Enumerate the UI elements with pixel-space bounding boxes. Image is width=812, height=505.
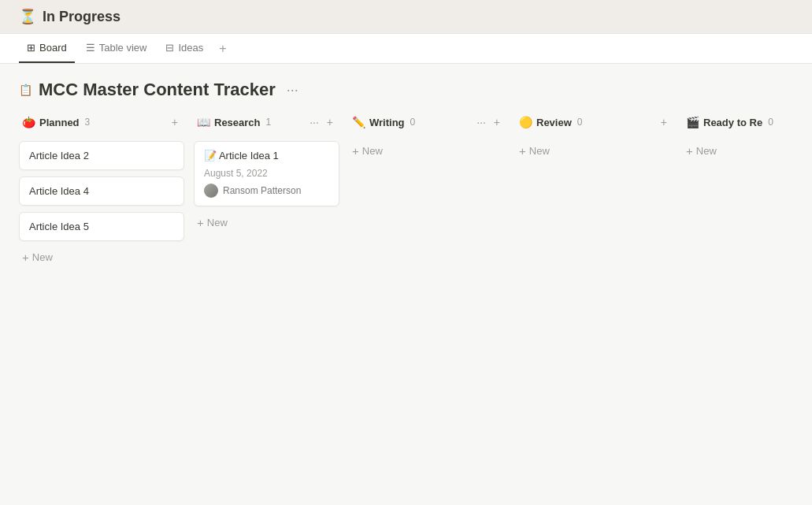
card-icon: 📝 [204, 150, 219, 162]
column-label-research: 📖 Research 1 [197, 116, 271, 128]
research-add-button[interactable]: + [324, 114, 336, 130]
ready-label-text: Ready to Re [703, 117, 762, 128]
review-new-label: New [529, 145, 550, 157]
ready-new-label: New [696, 145, 717, 157]
column-research: 📖 Research 1 ··· + 📝 Article Idea 1 Augu… [194, 110, 339, 232]
review-add-button[interactable]: + [658, 114, 670, 130]
column-label-writing: ✏️ Writing 0 [352, 116, 415, 128]
review-actions: + [658, 114, 670, 130]
plus-icon: + [352, 144, 359, 158]
column-label-review: 🟡 Review 0 [519, 116, 583, 128]
ready-count: 0 [768, 117, 773, 128]
research-label-text: Research [214, 117, 261, 128]
planned-new-label: New [32, 251, 53, 263]
avatar [204, 184, 218, 198]
card-meta: August 5, 2022 Ransom Patterson [204, 168, 329, 198]
planned-add-button[interactable]: + [169, 114, 181, 130]
column-label-planned: 🍅 Planned 3 [22, 116, 90, 128]
db-icon: 📋 [19, 84, 32, 96]
board: 🍅 Planned 3 + Article Idea 2 Article Ide… [0, 110, 812, 286]
planned-new-button[interactable]: + New [19, 247, 184, 267]
tab-bar: ⊞ Board ☰ Table view ⊟ Ideas + [0, 34, 812, 64]
writing-actions: ··· + [473, 114, 503, 130]
page-header: ⏳ In Progress [0, 0, 812, 34]
tab-ideas[interactable]: ⊟ Ideas [158, 34, 211, 63]
ready-new-button[interactable]: + New [683, 141, 812, 161]
research-count: 1 [266, 117, 272, 128]
avatar-image [204, 184, 218, 198]
column-header-ready: 🎬 Ready to Re 0 + [683, 110, 812, 135]
research-actions: ··· + [306, 114, 336, 130]
card-author: Ransom Patterson [204, 184, 329, 198]
card-article-idea-5[interactable]: Article Idea 5 [19, 212, 184, 241]
card-title: Article Idea 4 [29, 185, 174, 197]
research-new-button[interactable]: + New [194, 213, 339, 232]
tab-board[interactable]: ⊞ Board [19, 34, 75, 63]
card-article-idea-1[interactable]: 📝 Article Idea 1 August 5, 2022 Ransom P… [194, 141, 339, 206]
db-title: MCC Master Content Tracker [39, 80, 276, 100]
writing-new-label: New [362, 145, 383, 157]
research-new-label: New [207, 217, 228, 228]
card-title: Article Idea 5 [29, 221, 174, 232]
page-title: In Progress [43, 9, 121, 25]
header-icon: ⏳ [19, 8, 36, 25]
review-new-button[interactable]: + New [516, 141, 673, 161]
board-icon: ⊞ [27, 42, 35, 54]
research-more-button[interactable]: ··· [306, 114, 322, 130]
column-header-planned: 🍅 Planned 3 + [19, 110, 184, 135]
plus-icon: + [519, 144, 526, 158]
column-header-research: 📖 Research 1 ··· + [194, 110, 339, 135]
tab-board-label: Board [39, 42, 67, 54]
add-view-button[interactable]: + [214, 35, 231, 62]
card-article-idea-2[interactable]: Article Idea 2 [19, 141, 184, 170]
writing-more-button[interactable]: ··· [473, 114, 489, 130]
ideas-icon: ⊟ [165, 42, 174, 54]
column-writing: ✏️ Writing 0 ··· + + New [349, 110, 506, 161]
db-header: 📋 MCC Master Content Tracker ··· [0, 64, 812, 110]
writing-emoji: ✏️ [352, 116, 365, 128]
planned-count: 3 [85, 117, 91, 128]
table-icon: ☰ [86, 42, 95, 54]
plus-icon: + [22, 251, 29, 264]
plus-icon: + [686, 144, 693, 158]
plus-icon: + [197, 216, 204, 229]
tab-table[interactable]: ☰ Table view [78, 34, 155, 63]
column-label-ready: 🎬 Ready to Re 0 [686, 116, 773, 128]
review-count: 0 [577, 117, 583, 128]
db-more-button[interactable]: ··· [282, 80, 303, 100]
research-emoji: 📖 [197, 116, 210, 128]
writing-label-text: Writing [369, 117, 405, 128]
planned-actions: + [169, 114, 181, 130]
ready-emoji: 🎬 [686, 116, 699, 128]
column-planned: 🍅 Planned 3 + Article Idea 2 Article Ide… [19, 110, 184, 267]
tab-ideas-label: Ideas [178, 42, 203, 54]
planned-emoji: 🍅 [22, 116, 35, 128]
author-name: Ransom Patterson [223, 185, 301, 196]
writing-count: 0 [410, 117, 416, 128]
card-article-idea-4[interactable]: Article Idea 4 [19, 176, 184, 206]
column-header-writing: ✏️ Writing 0 ··· + [349, 110, 506, 135]
column-header-review: 🟡 Review 0 + [516, 110, 673, 135]
card-title: Article Idea 2 [29, 150, 174, 162]
planned-label-text: Planned [39, 117, 80, 128]
column-review: 🟡 Review 0 + + New [516, 110, 673, 161]
column-ready: 🎬 Ready to Re 0 + + New [683, 110, 812, 161]
card-title: 📝 Article Idea 1 [204, 150, 329, 162]
card-date: August 5, 2022 [204, 168, 329, 179]
tab-table-label: Table view [99, 42, 147, 54]
writing-new-button[interactable]: + New [349, 141, 506, 161]
writing-add-button[interactable]: + [491, 114, 503, 130]
review-emoji: 🟡 [519, 116, 532, 128]
review-label-text: Review [536, 117, 572, 128]
